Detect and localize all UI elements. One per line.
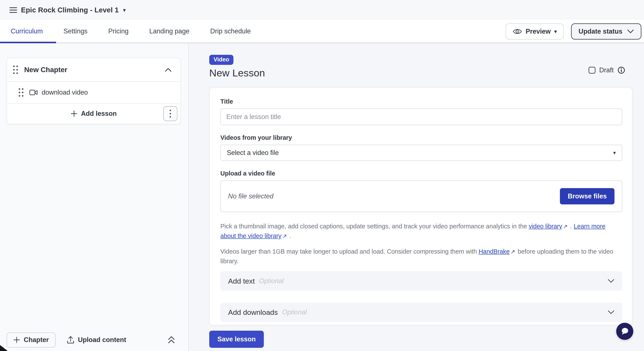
chapter-title: New Chapter xyxy=(24,66,68,74)
handbrake-link[interactable]: HandBrake xyxy=(478,248,510,255)
external-link-icon: ↗ xyxy=(510,248,516,255)
add-lesson-button[interactable]: Add lesson xyxy=(70,110,116,118)
compression-help-text: Videos larger than 1GB may take longer t… xyxy=(220,247,622,266)
preview-label: Preview xyxy=(526,28,551,35)
add-downloads-section[interactable]: Add downloads Optional xyxy=(220,303,622,322)
external-link-icon: ↗ xyxy=(281,233,288,239)
video-library-label: Videos from your library xyxy=(220,134,622,141)
eye-icon xyxy=(512,28,522,35)
chat-icon xyxy=(620,327,630,336)
active-tab-underline xyxy=(0,42,56,43)
lesson-type-badge: Video xyxy=(209,55,234,65)
course-title: Epic Rock Climbing - Level 1 xyxy=(21,6,119,14)
lesson-editor: Video New Lesson Draft Title Videos from… xyxy=(189,43,644,351)
course-switcher[interactable]: Epic Rock Climbing - Level 1 ▾ xyxy=(21,6,126,14)
tab-bar: Curriculum Settings Pricing Landing page… xyxy=(0,20,644,43)
optional-label: Optional xyxy=(282,308,307,316)
caret-down-icon: ▾ xyxy=(123,7,126,13)
tab-actions: Preview ▾ Update status xyxy=(506,23,642,40)
external-link-icon: ↗ xyxy=(562,223,568,230)
add-downloads-label: Add downloads xyxy=(228,308,278,316)
caret-down-icon: ▾ xyxy=(554,29,557,34)
drag-handle-icon[interactable] xyxy=(18,88,24,97)
video-library-select[interactable]: Select a video file ▾ xyxy=(220,145,622,161)
chevron-down-icon xyxy=(608,279,614,283)
help-text: . xyxy=(568,223,574,230)
tab-landing-page[interactable]: Landing page xyxy=(149,28,190,35)
help-text: Pick a thumbnail image, add closed capti… xyxy=(220,223,529,230)
draft-checkbox[interactable] xyxy=(588,67,596,74)
title-field: Title xyxy=(220,98,622,125)
add-chapter-button[interactable]: Chapter xyxy=(7,332,56,348)
lesson-header: Video New Lesson xyxy=(189,43,644,79)
add-lesson-row: Add lesson xyxy=(7,104,180,124)
drag-handle-icon[interactable] xyxy=(12,65,18,74)
chapter-button-label: Chapter xyxy=(24,336,49,344)
page-title: New Lesson xyxy=(209,67,644,79)
video-camera-icon xyxy=(29,90,38,96)
sidebar-bottom-bar: Chapter Upload content xyxy=(0,329,188,351)
preview-button[interactable]: Preview ▾ xyxy=(506,23,564,40)
upload-content-button[interactable]: Upload content xyxy=(67,336,126,344)
add-text-label: Add text xyxy=(228,277,255,285)
curriculum-sidebar: New Chapter download video xyxy=(0,43,189,351)
no-file-text: No file selected xyxy=(228,192,274,200)
plus-icon xyxy=(14,337,20,343)
file-upload-dropzone: No file selected Browse files xyxy=(220,180,622,212)
tab-settings[interactable]: Settings xyxy=(64,28,88,35)
kebab-menu-icon xyxy=(170,109,171,118)
upload-icon xyxy=(67,336,74,344)
draft-toggle: Draft xyxy=(588,66,625,74)
chapter-options-button[interactable] xyxy=(163,106,177,121)
browse-files-button[interactable]: Browse files xyxy=(560,188,614,204)
add-lesson-label: Add lesson xyxy=(81,110,116,118)
collapse-all-icon[interactable] xyxy=(168,336,175,344)
top-bar: Epic Rock Climbing - Level 1 ▾ xyxy=(0,0,644,20)
info-icon[interactable] xyxy=(618,66,625,74)
save-lesson-button[interactable]: Save lesson xyxy=(209,331,264,348)
hamburger-menu-icon[interactable] xyxy=(6,3,20,17)
chapter-card: New Chapter download video xyxy=(7,58,181,124)
upload-video-field: Upload a video file No file selected Bro… xyxy=(220,170,622,212)
select-caret-icon: ▾ xyxy=(613,150,616,156)
update-status-label: Update status xyxy=(578,28,622,35)
video-library-help-text: Pick a thumbnail image, add closed capti… xyxy=(220,222,622,241)
tab-pricing[interactable]: Pricing xyxy=(108,28,128,35)
chapter-row: New Chapter xyxy=(7,58,180,81)
optional-label: Optional xyxy=(259,277,284,285)
upload-video-label: Upload a video file xyxy=(220,170,622,177)
tab-curriculum[interactable]: Curriculum xyxy=(11,28,43,35)
plus-icon xyxy=(70,110,78,117)
title-field-label: Title xyxy=(220,98,622,105)
chevron-down-icon xyxy=(627,29,634,34)
video-library-selected-value: Select a video file xyxy=(227,149,279,157)
lesson-title: download video xyxy=(42,88,88,96)
chat-launcher-button[interactable] xyxy=(616,323,633,340)
lesson-title-input[interactable] xyxy=(220,108,622,125)
help-text: . xyxy=(288,232,291,239)
add-text-section[interactable]: Add text Optional xyxy=(220,272,622,291)
lesson-row[interactable]: download video xyxy=(7,82,180,103)
chevron-up-icon[interactable] xyxy=(164,68,172,72)
hamburger-glyph xyxy=(10,7,17,13)
upload-content-label: Upload content xyxy=(78,336,126,344)
video-library-link[interactable]: video library xyxy=(529,223,562,230)
video-library-field: Videos from your library Select a video … xyxy=(220,134,622,161)
draft-label: Draft xyxy=(599,66,614,74)
tab-drip-schedule[interactable]: Drip schedule xyxy=(210,28,251,35)
update-status-button[interactable]: Update status xyxy=(571,23,642,40)
lesson-form-card: Title Videos from your library Select a … xyxy=(209,87,632,325)
help-text: Videos larger than 1GB may take longer t… xyxy=(220,248,478,255)
chevron-down-icon xyxy=(608,310,614,314)
